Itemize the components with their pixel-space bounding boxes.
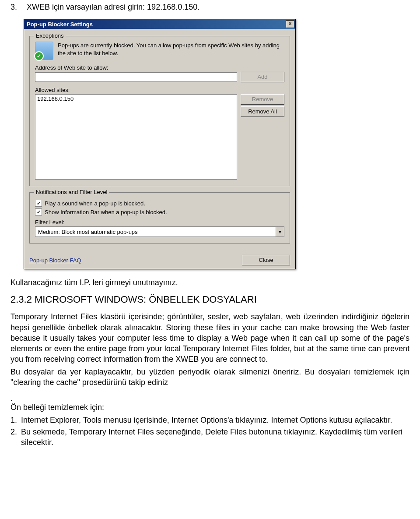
step3-text: XWEB için varsayılan adresi girin: 192.1… xyxy=(27,3,200,11)
cache-body-2: Bu dosyalar da yer kaplayacaktır, bu yüz… xyxy=(10,367,410,388)
dialog-title: Pop-up Blocker Settings xyxy=(27,21,286,28)
close-icon[interactable]: × xyxy=(286,20,294,28)
step3-number: 3. xyxy=(10,3,24,12)
section-232-heading: 2.3.2 MICROSOFT WINDOWS: ÖNBELLEK DOSYAL… xyxy=(10,294,410,305)
notifications-filter-group: Notifications and Filter Level ✓ Play a … xyxy=(29,192,290,244)
popup-blocker-faq-link[interactable]: Pop-up Blocker FAQ xyxy=(29,257,237,264)
step-text: Internet Explorer, Tools menusu içerisin… xyxy=(21,416,392,424)
step-text: Bu sekmede, Temporary Internet Files seç… xyxy=(21,427,402,447)
show-infobar-label: Show Information Bar when a pop-up is bl… xyxy=(45,209,167,215)
play-sound-label: Play a sound when a pop-up is blocked. xyxy=(45,200,145,207)
popup-blocker-icon: ✓ xyxy=(35,42,53,60)
chevron-down-icon[interactable]: ▼ xyxy=(276,227,284,237)
close-button[interactable]: Close xyxy=(242,255,290,265)
cache-clear-label: Ön belleği temizlemek için: xyxy=(10,403,410,412)
cache-step-2: 2.Bu sekmede, Temporary Internet Files s… xyxy=(10,427,410,448)
play-sound-checkbox[interactable]: ✓ xyxy=(35,200,42,207)
exceptions-group: Exceptions ✓ Pop-ups are currently block… xyxy=(29,36,290,186)
step3-line: 3. XWEB için varsayılan adresi girin: 19… xyxy=(10,3,410,12)
show-infobar-checkbox[interactable]: ✓ xyxy=(35,208,42,215)
filter-level-label: Filter Level: xyxy=(35,219,284,226)
allowed-sites-label: Allowed sites: xyxy=(35,87,284,93)
exceptions-legend: Exceptions xyxy=(34,32,66,39)
remove-all-button[interactable]: Remove All xyxy=(241,106,284,117)
step-number: 1. xyxy=(10,415,21,425)
dialog-titlebar: Pop-up Blocker Settings × xyxy=(24,19,295,29)
popup-blocker-settings-dialog: Pop-up Blocker Settings × Exceptions ✓ P… xyxy=(24,19,296,269)
add-button[interactable]: Add xyxy=(241,72,284,82)
cache-body-1: Temporary Internet Files klasörü içerisi… xyxy=(10,311,410,364)
filter-level-value: Medium: Block most automatic pop-ups xyxy=(35,229,276,235)
cache-step-1: 1.Internet Explorer, Tools menusu içeris… xyxy=(10,415,410,425)
checkmark-badge-icon: ✓ xyxy=(34,51,44,61)
step-number: 2. xyxy=(10,427,21,437)
notifications-legend: Notifications and Filter Level xyxy=(34,189,109,195)
address-label: Address of Web site to allow: xyxy=(35,64,284,71)
filter-level-combo[interactable]: Medium: Block most automatic pop-ups ▼ xyxy=(35,226,284,237)
stray-dot: . xyxy=(10,394,410,403)
list-item[interactable]: 192.168.0.150 xyxy=(37,95,235,102)
exceptions-intro-text: Pop-ups are currently blocked. You can a… xyxy=(58,42,284,57)
address-input[interactable] xyxy=(35,72,237,82)
ip-reminder-text: Kullanacağınız tüm I.P. leri girmeyi unu… xyxy=(10,277,410,288)
remove-button[interactable]: Remove xyxy=(241,94,284,105)
allowed-sites-listbox[interactable]: 192.168.0.150 xyxy=(35,94,237,180)
